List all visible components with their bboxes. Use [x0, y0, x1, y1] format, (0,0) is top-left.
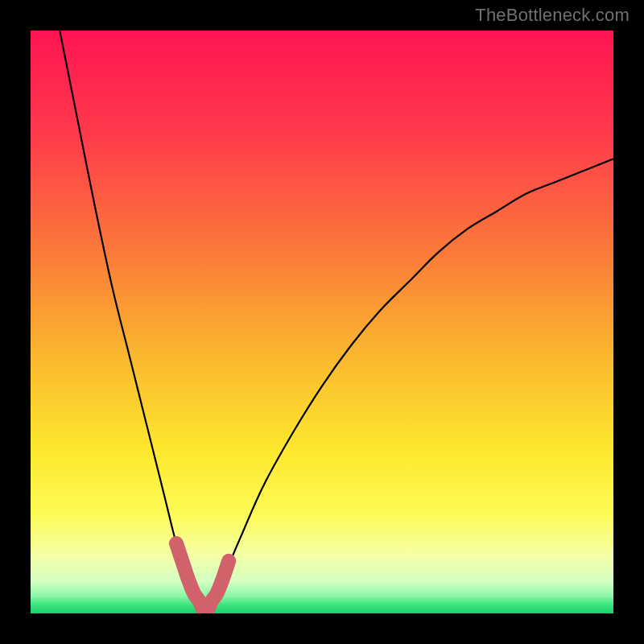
chart-frame: TheBottleneck.com [0, 0, 644, 644]
chart-svg [31, 31, 613, 613]
watermark-text: TheBottleneck.com [475, 5, 630, 26]
plot-area [31, 31, 613, 613]
gradient-background [31, 31, 613, 613]
